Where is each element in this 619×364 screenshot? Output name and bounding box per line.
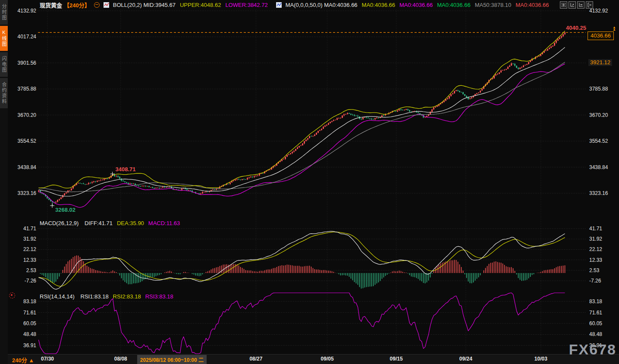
y-axis-label: 3323.16 — [589, 190, 608, 196]
x-axis-date-label: 10/03 — [534, 356, 547, 362]
time-axis-bar: 240分 ▲ 2025/08/12 06:00~10:00 二 07/3008/… — [8, 354, 619, 364]
legend-item: UPPER:4048.62 — [180, 2, 221, 8]
y-axis-label: 3670.20 — [18, 112, 36, 118]
y-axis-label: 48.48 — [23, 331, 36, 337]
y-axis-label: 71.61 — [23, 310, 36, 316]
y-axis-label: 36.91 — [23, 342, 36, 348]
macd-legend-item: MACD:11.63 — [148, 220, 180, 226]
legend-item: MA50:3878.10 — [475, 2, 512, 8]
y-axis-label: 41.71 — [23, 226, 36, 232]
sidebar: 分时图 K线图 闪电图 合约资料 — [0, 0, 8, 364]
axis-zoom-icon[interactable] — [569, 1, 576, 9]
x-axis-date-label: 07/30 — [41, 356, 54, 362]
y-axis-label: 31.92 — [589, 236, 602, 242]
x-axis-date-label: 08/27 — [249, 356, 262, 362]
y-axis-label: 22.12 — [589, 246, 602, 252]
legend-item: MA(0,0,0,50,0) MA0:4036.66 — [286, 2, 358, 8]
y-axis-label: 3554.52 — [18, 138, 36, 144]
y-axis-label: 60.05 — [23, 320, 36, 326]
y-axis-label: 48.48 — [589, 331, 602, 337]
target-icon[interactable] — [9, 292, 15, 298]
ma-legend-items: MA(0,0,0,50,0) MA0:4036.66MA0:4036.66MA0… — [286, 2, 553, 8]
macd-chart[interactable] — [38, 218, 586, 292]
sidebar-tab-lightning[interactable]: 闪电图 — [0, 52, 8, 77]
y-axis-label: 2.53 — [589, 267, 599, 273]
session-high-label: 4040.25 — [566, 25, 586, 31]
x-axis-date-label: 09/05 — [321, 356, 334, 362]
axis-next-icon[interactable] — [577, 1, 584, 9]
sidebar-tab-contract-info[interactable]: 合约资料 — [0, 78, 8, 108]
indicator-legend: 现货黄金 【240分】 BOLL(20,2) MID:3945.67UPPER:… — [40, 1, 557, 9]
sidebar-tab-kline[interactable]: K线图 — [0, 26, 8, 51]
chart-toolbar — [560, 1, 593, 9]
legend-item: MA0:4036.66 — [362, 2, 395, 8]
y-axis-label: 31.92 — [23, 236, 36, 242]
y-axis-label: 83.18 — [23, 298, 36, 304]
rsi-legend: RSI(14,14,14) RSI1:83.18RSI2:83.18RSI3:8… — [40, 293, 182, 300]
period-selector[interactable]: 240分 ▲ — [12, 356, 34, 364]
rsi-legend-item: RSI2:83.18 — [113, 293, 141, 300]
rsi-chart[interactable] — [38, 292, 586, 354]
y-axis-label: 3323.16 — [18, 190, 36, 196]
y-axis-label: 3438.84 — [18, 164, 36, 170]
svg-text:3408.71: 3408.71 — [116, 166, 136, 173]
watermark: FX678 — [569, 341, 616, 358]
y-axis-label: 4132.92 — [18, 8, 36, 14]
macd-legend: MACD(26,12,9) DIFF:41.71DEA:35.90MACD:11… — [40, 220, 189, 226]
y-axis-label: 71.61 — [589, 310, 602, 316]
legend-item: MA0:4036.66 — [515, 2, 549, 8]
y-axis-label: -7.26 — [25, 278, 36, 284]
sidebar-tab-timeline[interactable]: 分时图 — [0, 0, 8, 25]
chart-icon — [104, 2, 109, 8]
boll-legend-items: BOLL(20,2) MID:3945.67UPPER:4048.62LOWER… — [113, 2, 272, 8]
y-axis-label: 3785.88 — [589, 86, 608, 92]
y-axis-label: 4132.92 — [589, 8, 608, 14]
legend-item: MA0:4036.66 — [437, 2, 470, 8]
chart-icon — [276, 2, 282, 8]
y-axis-label: 3670.20 — [589, 112, 608, 118]
x-axis-date-label: 09/15 — [390, 356, 403, 362]
y-axis-label: 3785.88 — [18, 86, 36, 92]
macd-title: MACD(26,12,9) — [40, 220, 79, 226]
period-tag: 【240分】 — [64, 1, 90, 9]
app-window: 分时图 K线图 闪电图 合约资料 现货黄金 【240分】 BOLL(20,2) … — [0, 0, 619, 364]
rsi-legend-item: RSI1:83.18 — [81, 293, 109, 300]
alarm-icon[interactable]: ▲▲ — [613, 26, 616, 31]
main-price-chart[interactable]: 3408.713268.02 — [38, 9, 586, 218]
svg-text:3268.02: 3268.02 — [55, 207, 75, 213]
y-axis-label: 3554.52 — [589, 138, 608, 144]
chart-root: 现货黄金 【240分】 BOLL(20,2) MID:3945.67UPPER:… — [8, 0, 619, 364]
legend-item: MA0:4036.66 — [399, 2, 433, 8]
y-axis-label: 60.05 — [589, 320, 602, 326]
y-axis-label: -7.26 — [589, 278, 601, 284]
y-axis-label: 12.33 — [23, 257, 36, 263]
macd-legend-item: DIFF:41.71 — [85, 220, 113, 226]
legend-item: BOLL(20,2) MID:3945.67 — [113, 2, 176, 8]
x-axis-date-label: 09/24 — [459, 356, 472, 362]
hovered-bar-time: 2025/08/12 06:00~10:00 二 — [137, 355, 207, 364]
y-axis-label: 2.53 — [26, 267, 36, 273]
y-axis-label: 3901.56 — [18, 60, 36, 66]
y-axis-label: 4017.24 — [18, 34, 36, 40]
last-price-box: 4036.66 — [588, 31, 614, 40]
ma-value-label: 3921.12 — [588, 59, 612, 66]
symbol-name: 现货黄金 — [40, 1, 62, 9]
y-axis-label: 22.12 — [23, 246, 36, 252]
legend-item: LOWER:3842.72 — [225, 2, 267, 8]
minus-circle-icon[interactable] — [94, 2, 100, 8]
x-axis-date-label: 08/08 — [114, 356, 127, 362]
rsi-title: RSI(14,14,14) — [40, 293, 75, 300]
y-axis-label: 41.71 — [589, 226, 602, 232]
y-axis-label: 12.33 — [589, 257, 602, 263]
rsi-legend-item: RSI3:83.18 — [145, 293, 173, 300]
move-crosshair-icon[interactable] — [560, 1, 567, 9]
y-axis-label: 83.18 — [589, 298, 602, 304]
y-axis-label: 3438.84 — [589, 164, 608, 170]
macd-legend-item: DEA:35.90 — [117, 220, 144, 226]
